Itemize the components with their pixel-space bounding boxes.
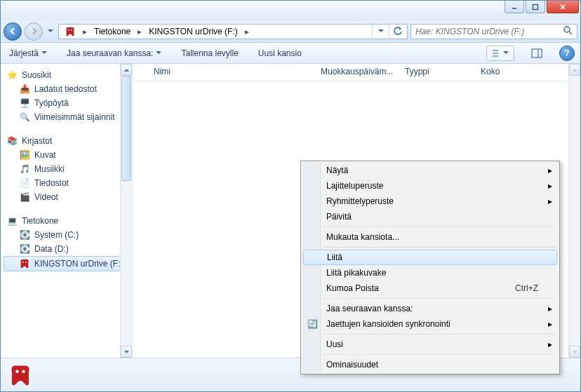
breadcrumb-arrow[interactable]: ▸ xyxy=(80,27,90,36)
sync-icon: 🔄 xyxy=(307,318,318,330)
tree-documents[interactable]: 📄Tiedostot xyxy=(4,176,132,190)
breadcrumb-arrow[interactable]: ▸ xyxy=(135,27,145,36)
tree-data-d[interactable]: 💽Data (D:) xyxy=(4,242,132,256)
svg-rect-1 xyxy=(533,4,538,9)
column-size[interactable]: Koko xyxy=(475,64,568,80)
help-button[interactable]: ? xyxy=(559,46,575,61)
cm-shortcut-label: Ctrl+Z xyxy=(515,283,538,293)
documents-icon: 📄 xyxy=(19,177,30,189)
scroll-up-button[interactable] xyxy=(569,64,580,76)
tree-music[interactable]: 🎵Musiikki xyxy=(4,162,132,176)
toolbar: Järjestä Jaa seuraavan kanssa: Tallenna … xyxy=(1,43,580,64)
music-icon: 🎵 xyxy=(19,163,30,175)
drive-icon: 💽 xyxy=(19,229,30,241)
cm-customize[interactable]: Mukauta kansiota... xyxy=(302,229,558,245)
cm-sync[interactable]: 🔄Jaettujen kansioiden synkronointi▸ xyxy=(302,316,558,332)
computer-icon: 💻 xyxy=(6,215,18,227)
column-name[interactable]: Nimi xyxy=(133,64,315,80)
back-button[interactable] xyxy=(4,22,22,41)
status-drive-icon xyxy=(8,363,33,388)
new-folder-button[interactable]: Uusi kansio xyxy=(255,47,305,60)
cm-paste[interactable]: Liitä xyxy=(303,250,557,265)
minimize-button[interactable] xyxy=(505,1,524,13)
list-scrollbar[interactable] xyxy=(568,64,580,358)
context-menu: Näytä▸ Lajitteluperuste▸ Ryhmittelyperus… xyxy=(300,161,560,374)
kingston-icon xyxy=(19,258,30,269)
breadcrumb[interactable]: ▸ Tietokone ▸ KINGSTON urDrive (F:) ▸ xyxy=(58,24,408,39)
tree-downloads[interactable]: 📥Ladatut tiedostot xyxy=(4,82,132,96)
column-type[interactable]: Tyyppi xyxy=(399,64,475,80)
kingston-icon xyxy=(65,26,76,37)
videos-icon: 🎬 xyxy=(19,191,30,203)
tree-pictures[interactable]: 🖼️Kuvat xyxy=(4,148,132,162)
search-box[interactable] xyxy=(410,24,577,39)
tree-recent[interactable]: 🔍Viimeisimmät sijainnit xyxy=(4,110,132,124)
view-options-button[interactable] xyxy=(486,46,514,61)
nav-history-dropdown[interactable] xyxy=(46,22,55,41)
cm-refresh[interactable]: Päivitä xyxy=(302,209,558,224)
search-icon xyxy=(563,25,573,37)
submenu-arrow-icon: ▸ xyxy=(548,339,552,349)
downloads-icon: 📥 xyxy=(19,83,30,95)
breadcrumb-arrow[interactable]: ▸ xyxy=(242,27,252,36)
drive-icon: 💽 xyxy=(19,243,30,255)
breadcrumb-drive[interactable]: KINGSTON urDrive (F:) xyxy=(145,25,241,39)
save-to-disk-button[interactable]: Tallenna levylle xyxy=(178,47,241,60)
cm-new[interactable]: Uusi▸ xyxy=(302,337,558,352)
cm-properties[interactable]: Ominaisuudet xyxy=(302,357,558,372)
desktop-icon: 🖥️ xyxy=(19,97,30,109)
cm-undo[interactable]: Kumoa PoistaCtrl+Z xyxy=(302,281,558,296)
tree-kingston-drive[interactable]: KINGSTON urDrive (F:) xyxy=(4,256,132,271)
computer-header[interactable]: 💻Tietokone xyxy=(4,214,132,228)
preview-pane-button[interactable] xyxy=(528,46,545,61)
organize-menu[interactable]: Järjestä xyxy=(6,47,50,60)
cm-share-with[interactable]: Jaa seuraavan kanssa:▸ xyxy=(302,301,558,316)
submenu-arrow-icon: ▸ xyxy=(548,181,552,191)
tree-scrollbar[interactable] xyxy=(120,64,132,358)
breadcrumb-dropdown[interactable] xyxy=(372,24,389,39)
recent-icon: 🔍 xyxy=(19,111,30,123)
close-button[interactable] xyxy=(547,1,579,13)
refresh-button[interactable] xyxy=(389,24,406,39)
address-bar: ▸ Tietokone ▸ KINGSTON urDrive (F:) ▸ xyxy=(1,20,580,43)
cm-sort[interactable]: Lajitteluperuste▸ xyxy=(302,178,558,194)
tree-desktop[interactable]: 🖥️Työpöytä xyxy=(4,96,132,110)
libraries-header[interactable]: 📚Kirjastot xyxy=(4,134,132,148)
search-input[interactable] xyxy=(415,27,559,36)
breadcrumb-computer[interactable]: Tietokone xyxy=(90,25,135,39)
scroll-up-button[interactable] xyxy=(121,64,132,76)
scroll-down-button[interactable] xyxy=(569,346,580,358)
tree-videos[interactable]: 🎬Videot xyxy=(4,190,132,204)
maximize-button[interactable] xyxy=(526,1,545,13)
svg-rect-7 xyxy=(532,49,542,58)
tree-system-c[interactable]: 💽System (C:) xyxy=(4,228,132,242)
submenu-arrow-icon: ▸ xyxy=(548,319,552,329)
cm-paste-shortcut[interactable]: Liitä pikakuvake xyxy=(302,265,558,281)
scroll-down-button[interactable] xyxy=(121,346,132,358)
forward-button[interactable] xyxy=(25,22,43,41)
submenu-arrow-icon: ▸ xyxy=(548,304,552,313)
pictures-icon: 🖼️ xyxy=(19,149,30,161)
cm-group[interactable]: Ryhmittelyperuste▸ xyxy=(302,194,558,209)
cm-view[interactable]: Näytä▸ xyxy=(302,163,558,178)
svg-line-3 xyxy=(569,32,572,34)
submenu-arrow-icon: ▸ xyxy=(548,165,552,175)
star-icon: ⭐ xyxy=(6,69,18,81)
favorites-header[interactable]: ⭐Suosikit xyxy=(4,68,132,82)
svg-point-2 xyxy=(564,27,570,32)
breadcrumb-root[interactable] xyxy=(60,25,80,39)
libraries-icon: 📚 xyxy=(6,135,18,147)
navigation-pane: ⭐Suosikit 📥Ladatut tiedostot 🖥️Työpöytä … xyxy=(1,64,133,358)
column-headers: Nimi Muokkauspäiväm... Tyyppi Koko xyxy=(133,64,580,81)
explorer-window: ▸ Tietokone ▸ KINGSTON urDrive (F:) ▸ Jä… xyxy=(0,0,581,392)
titlebar xyxy=(1,1,580,20)
scroll-thumb[interactable] xyxy=(121,76,131,181)
submenu-arrow-icon: ▸ xyxy=(548,196,552,206)
column-modified[interactable]: Muokkauspäiväm... xyxy=(315,64,399,80)
share-with-menu[interactable]: Jaa seuraavan kanssa: xyxy=(64,47,164,60)
